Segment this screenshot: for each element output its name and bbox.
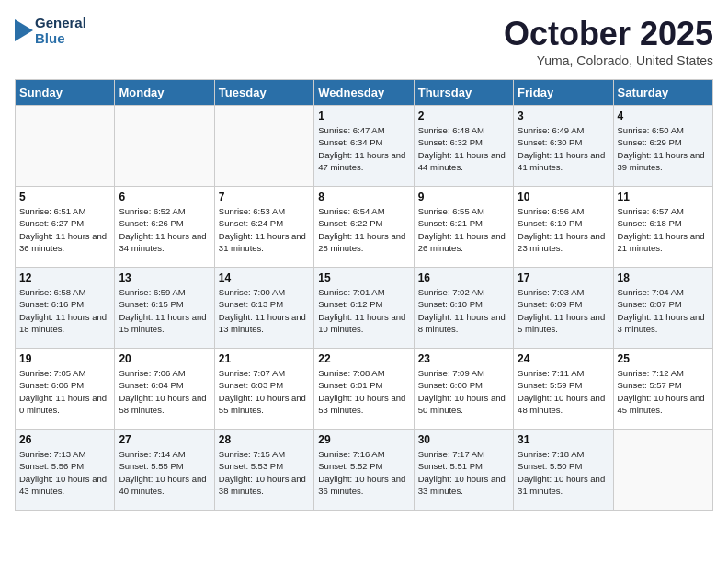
day-number: 29 bbox=[318, 433, 409, 446]
day-info: Sunrise: 6:48 AM Sunset: 6:32 PM Dayligh… bbox=[418, 124, 509, 173]
day-cell: 29Sunrise: 7:16 AM Sunset: 5:52 PM Dayli… bbox=[314, 430, 414, 511]
day-number: 8 bbox=[318, 190, 409, 203]
day-cell: 12Sunrise: 6:58 AM Sunset: 6:16 PM Dayli… bbox=[16, 268, 115, 349]
day-number: 14 bbox=[219, 271, 310, 284]
day-number: 7 bbox=[219, 190, 310, 203]
day-number: 16 bbox=[418, 271, 509, 284]
logo-arrow-icon bbox=[15, 19, 33, 41]
day-number: 2 bbox=[418, 109, 509, 122]
day-info: Sunrise: 6:50 AM Sunset: 6:29 PM Dayligh… bbox=[618, 124, 709, 173]
header-thursday: Thursday bbox=[414, 80, 513, 106]
day-cell: 24Sunrise: 7:11 AM Sunset: 5:59 PM Dayli… bbox=[514, 349, 613, 430]
day-info: Sunrise: 7:16 AM Sunset: 5:52 PM Dayligh… bbox=[318, 448, 409, 497]
day-number: 18 bbox=[618, 271, 709, 284]
day-cell: 27Sunrise: 7:14 AM Sunset: 5:55 PM Dayli… bbox=[115, 430, 214, 511]
calendar-header-row: SundayMondayTuesdayWednesdayThursdayFrid… bbox=[16, 80, 713, 106]
day-number: 28 bbox=[219, 433, 310, 446]
day-cell: 1Sunrise: 6:47 AM Sunset: 6:34 PM Daylig… bbox=[314, 106, 414, 187]
day-info: Sunrise: 7:06 AM Sunset: 6:04 PM Dayligh… bbox=[119, 367, 210, 416]
day-info: Sunrise: 7:08 AM Sunset: 6:01 PM Dayligh… bbox=[318, 367, 409, 416]
day-info: Sunrise: 7:02 AM Sunset: 6:10 PM Dayligh… bbox=[418, 286, 509, 335]
day-info: Sunrise: 7:11 AM Sunset: 5:59 PM Dayligh… bbox=[518, 367, 609, 416]
day-info: Sunrise: 6:54 AM Sunset: 6:22 PM Dayligh… bbox=[318, 205, 409, 254]
day-info: Sunrise: 6:53 AM Sunset: 6:24 PM Dayligh… bbox=[219, 205, 310, 254]
day-cell: 14Sunrise: 7:00 AM Sunset: 6:13 PM Dayli… bbox=[214, 268, 313, 349]
day-cell: 2Sunrise: 6:48 AM Sunset: 6:32 PM Daylig… bbox=[414, 106, 513, 187]
day-number: 25 bbox=[618, 352, 709, 365]
day-cell: 13Sunrise: 6:59 AM Sunset: 6:15 PM Dayli… bbox=[115, 268, 214, 349]
calendar-title: October 2025 bbox=[504, 15, 713, 53]
day-info: Sunrise: 6:55 AM Sunset: 6:21 PM Dayligh… bbox=[418, 205, 509, 254]
day-cell: 30Sunrise: 7:17 AM Sunset: 5:51 PM Dayli… bbox=[414, 430, 513, 511]
day-number: 19 bbox=[19, 352, 110, 365]
day-info: Sunrise: 7:01 AM Sunset: 6:12 PM Dayligh… bbox=[318, 286, 409, 335]
week-row-1: 1Sunrise: 6:47 AM Sunset: 6:34 PM Daylig… bbox=[16, 106, 713, 187]
day-cell: 20Sunrise: 7:06 AM Sunset: 6:04 PM Dayli… bbox=[115, 349, 214, 430]
title-block: October 2025 Yuma, Colorado, United Stat… bbox=[504, 15, 713, 68]
day-info: Sunrise: 7:09 AM Sunset: 6:00 PM Dayligh… bbox=[418, 367, 509, 416]
day-cell: 21Sunrise: 7:07 AM Sunset: 6:03 PM Dayli… bbox=[214, 349, 313, 430]
logo-graphic bbox=[15, 19, 33, 41]
day-number: 21 bbox=[219, 352, 310, 365]
day-number: 6 bbox=[119, 190, 210, 203]
day-cell: 4Sunrise: 6:50 AM Sunset: 6:29 PM Daylig… bbox=[613, 106, 712, 187]
day-info: Sunrise: 6:51 AM Sunset: 6:27 PM Dayligh… bbox=[19, 205, 110, 254]
day-number: 30 bbox=[418, 433, 509, 446]
day-cell: 6Sunrise: 6:52 AM Sunset: 6:26 PM Daylig… bbox=[115, 187, 214, 268]
day-info: Sunrise: 7:14 AM Sunset: 5:55 PM Dayligh… bbox=[119, 448, 210, 497]
day-info: Sunrise: 7:15 AM Sunset: 5:53 PM Dayligh… bbox=[219, 448, 310, 497]
day-cell: 3Sunrise: 6:49 AM Sunset: 6:30 PM Daylig… bbox=[514, 106, 613, 187]
day-info: Sunrise: 7:18 AM Sunset: 5:50 PM Dayligh… bbox=[518, 448, 609, 497]
page-header: General Blue October 2025 Yuma, Colorado… bbox=[15, 15, 713, 68]
day-number: 31 bbox=[518, 433, 609, 446]
day-cell: 31Sunrise: 7:18 AM Sunset: 5:50 PM Dayli… bbox=[514, 430, 613, 511]
day-info: Sunrise: 6:47 AM Sunset: 6:34 PM Dayligh… bbox=[318, 124, 409, 173]
day-number: 24 bbox=[518, 352, 609, 365]
day-number: 15 bbox=[318, 271, 409, 284]
day-number: 17 bbox=[518, 271, 609, 284]
day-info: Sunrise: 7:13 AM Sunset: 5:56 PM Dayligh… bbox=[19, 448, 110, 497]
day-number: 5 bbox=[19, 190, 110, 203]
day-info: Sunrise: 7:05 AM Sunset: 6:06 PM Dayligh… bbox=[19, 367, 110, 416]
day-number: 13 bbox=[119, 271, 210, 284]
header-saturday: Saturday bbox=[613, 80, 712, 106]
day-number: 3 bbox=[518, 109, 609, 122]
day-cell: 15Sunrise: 7:01 AM Sunset: 6:12 PM Dayli… bbox=[314, 268, 414, 349]
day-cell: 8Sunrise: 6:54 AM Sunset: 6:22 PM Daylig… bbox=[314, 187, 414, 268]
day-cell bbox=[214, 106, 313, 187]
week-row-2: 5Sunrise: 6:51 AM Sunset: 6:27 PM Daylig… bbox=[16, 187, 713, 268]
day-info: Sunrise: 6:56 AM Sunset: 6:19 PM Dayligh… bbox=[518, 205, 609, 254]
header-friday: Friday bbox=[514, 80, 613, 106]
day-cell: 11Sunrise: 6:57 AM Sunset: 6:18 PM Dayli… bbox=[613, 187, 712, 268]
week-row-3: 12Sunrise: 6:58 AM Sunset: 6:16 PM Dayli… bbox=[16, 268, 713, 349]
day-cell: 23Sunrise: 7:09 AM Sunset: 6:00 PM Dayli… bbox=[414, 349, 513, 430]
calendar-subtitle: Yuma, Colorado, United States bbox=[504, 53, 713, 68]
day-number: 20 bbox=[119, 352, 210, 365]
day-info: Sunrise: 6:59 AM Sunset: 6:15 PM Dayligh… bbox=[119, 286, 210, 335]
day-info: Sunrise: 7:00 AM Sunset: 6:13 PM Dayligh… bbox=[219, 286, 310, 335]
day-number: 10 bbox=[518, 190, 609, 203]
logo: General Blue bbox=[15, 15, 86, 47]
day-cell bbox=[115, 106, 214, 187]
day-cell: 26Sunrise: 7:13 AM Sunset: 5:56 PM Dayli… bbox=[16, 430, 115, 511]
day-info: Sunrise: 6:52 AM Sunset: 6:26 PM Dayligh… bbox=[119, 205, 210, 254]
day-info: Sunrise: 7:12 AM Sunset: 5:57 PM Dayligh… bbox=[618, 367, 709, 416]
header-wednesday: Wednesday bbox=[314, 80, 414, 106]
header-tuesday: Tuesday bbox=[214, 80, 313, 106]
day-number: 1 bbox=[318, 109, 409, 122]
svg-marker-0 bbox=[15, 19, 33, 41]
day-info: Sunrise: 6:58 AM Sunset: 6:16 PM Dayligh… bbox=[19, 286, 110, 335]
day-cell: 7Sunrise: 6:53 AM Sunset: 6:24 PM Daylig… bbox=[214, 187, 313, 268]
header-monday: Monday bbox=[115, 80, 214, 106]
week-row-4: 19Sunrise: 7:05 AM Sunset: 6:06 PM Dayli… bbox=[16, 349, 713, 430]
week-row-5: 26Sunrise: 7:13 AM Sunset: 5:56 PM Dayli… bbox=[16, 430, 713, 511]
day-cell: 18Sunrise: 7:04 AM Sunset: 6:07 PM Dayli… bbox=[613, 268, 712, 349]
day-cell: 10Sunrise: 6:56 AM Sunset: 6:19 PM Dayli… bbox=[514, 187, 613, 268]
day-cell: 25Sunrise: 7:12 AM Sunset: 5:57 PM Dayli… bbox=[613, 349, 712, 430]
day-number: 11 bbox=[618, 190, 709, 203]
day-cell: 22Sunrise: 7:08 AM Sunset: 6:01 PM Dayli… bbox=[314, 349, 414, 430]
day-info: Sunrise: 7:17 AM Sunset: 5:51 PM Dayligh… bbox=[418, 448, 509, 497]
header-sunday: Sunday bbox=[16, 80, 115, 106]
day-number: 23 bbox=[418, 352, 509, 365]
logo-blue-text: Blue bbox=[35, 30, 86, 46]
